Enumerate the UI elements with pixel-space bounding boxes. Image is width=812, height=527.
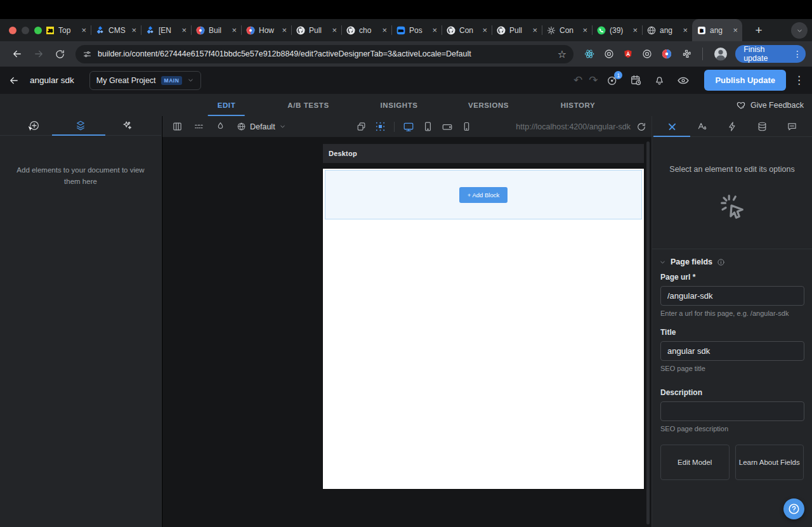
globe-icon [237,122,246,131]
browser-tab[interactable]: Con× [442,19,492,41]
browser-tab[interactable]: How× [241,19,291,41]
tab-versions[interactable]: VERSIONS [468,94,509,116]
tab-close-icon[interactable]: × [482,26,487,34]
close-window-button[interactable] [9,27,16,34]
bell-icon[interactable] [653,74,665,86]
browser-tab[interactable]: Bang× [692,19,742,41]
extensions-puzzle-icon[interactable] [681,48,692,60]
kebab-menu-icon[interactable]: ⋮ [794,74,804,87]
minimize-window-button[interactable] [22,27,29,34]
tab-a-b-tests[interactable]: A/B TESTS [287,94,329,116]
back-icon[interactable] [11,48,23,60]
tab-close-icon[interactable]: × [131,26,136,34]
comments-icon[interactable] [787,121,797,132]
forward-icon[interactable] [33,48,44,60]
browser-tab[interactable]: Buil× [191,19,241,41]
tab-close-icon[interactable]: × [632,26,638,34]
layers-icon[interactable] [75,120,86,131]
edit-model-button[interactable]: Edit Model [660,445,730,480]
url-text[interactable]: builder.io/content/627444e6157f401bbdc5e… [98,49,552,58]
tab-close-icon[interactable]: × [733,26,738,34]
avatar[interactable] [713,46,728,62]
learn-about-fields-button[interactable]: Learn About Fields [735,445,804,480]
spacing-icon[interactable] [193,121,204,132]
back-arrow-icon[interactable] [8,75,20,86]
builder-extension-icon[interactable] [661,48,672,60]
empty-section-dropzone[interactable]: + Add Block [325,170,642,219]
landscape-breakpoint-icon[interactable] [442,121,453,133]
description-input[interactable] [660,401,804,421]
undo-icon[interactable]: ↶ [573,74,582,87]
tab-close-icon[interactable]: × [232,26,237,34]
tab-history[interactable]: HISTORY [561,94,596,116]
tab-close-icon[interactable]: × [181,26,187,34]
tab-close-icon[interactable]: × [432,26,437,34]
schedule-icon[interactable] [630,74,642,86]
info-icon[interactable] [717,258,725,266]
right-panel-tabs [652,116,812,137]
browser-tab[interactable]: (39)× [592,19,642,41]
page-url-input[interactable] [660,286,804,306]
give-feedback-button[interactable]: Give Feedback [736,94,804,116]
targeting-icon[interactable]: 1 [606,74,619,86]
data-database-icon[interactable] [757,121,768,132]
edit-tools-icon[interactable] [667,121,678,132]
browser-tab[interactable]: Pull× [291,19,341,41]
desktop-breakpoint-icon[interactable] [403,121,414,133]
canvas-scrollbar[interactable] [646,141,650,524]
phone-breakpoint-icon[interactable] [461,121,472,132]
clone-view-icon[interactable] [356,121,367,132]
react-devtools-icon[interactable] [584,48,595,60]
tab-close-icon[interactable]: × [382,26,387,34]
extension-ring-icon[interactable] [603,48,615,60]
tablet-breakpoint-icon[interactable] [422,121,433,132]
tab-close-icon[interactable]: × [532,26,537,34]
tab-close-icon[interactable]: × [81,26,86,34]
redo-icon[interactable]: ↷ [589,74,598,87]
reload-icon[interactable] [55,49,65,60]
tab-insights[interactable]: INSIGHTS [380,94,417,116]
browser-tab[interactable]: cho× [341,19,391,41]
columns-icon[interactable] [172,121,183,132]
browser-tab[interactable]: Pull× [492,19,542,41]
browser-tab[interactable]: zmPos× [391,19,442,41]
question-icon [787,502,801,516]
tab-close-icon[interactable]: × [683,26,688,34]
kebab-icon[interactable]: ⋮ [793,49,802,59]
browser-tab[interactable]: CMS× [91,19,141,41]
selection-mode-icon[interactable] [375,121,386,132]
project-selector[interactable]: My Great Project MAIN [89,71,202,90]
add-block-button[interactable]: + Add Block [459,187,508,203]
browser-tab[interactable]: ang× [642,19,692,41]
canvas-toolbar: Default http://localhost:4200/angular-sd… [162,116,652,137]
globe-icon [646,25,657,36]
tab-overflow-button[interactable] [791,22,808,39]
preview-eye-icon[interactable] [677,74,690,87]
actions-bolt-icon[interactable] [727,121,738,132]
tab-close-icon[interactable]: × [582,26,587,34]
tab-close-icon[interactable]: × [282,26,287,34]
extension-ring-icon[interactable] [641,48,653,60]
tab-edit[interactable]: EDIT [218,94,236,116]
address-bar[interactable]: builder.io/content/627444e6157f401bbdc5e… [75,45,573,63]
browser-tab[interactable]: JSTop× [41,19,91,41]
page-fields-section-header[interactable]: Page fields [659,257,805,266]
profile-finish-update-button[interactable]: Finish update ⋮ [735,45,806,63]
preview-url[interactable]: http://localhost:4200/angular-sdk [516,122,631,131]
locale-dropdown[interactable]: Default [237,122,286,131]
angular-devtools-icon[interactable] [623,49,633,59]
ai-sparkles-icon[interactable] [121,120,133,131]
help-button[interactable] [783,498,804,519]
browser-tab[interactable]: [EN× [141,19,191,41]
bookmark-star-icon[interactable]: ☆ [558,48,566,60]
locale-value: Default [250,122,275,131]
browser-tab[interactable]: Con× [542,19,592,41]
refresh-preview-icon[interactable] [636,122,646,132]
styles-typography-icon[interactable] [697,120,708,132]
heatmap-flame-icon[interactable] [215,121,226,132]
site-settings-icon[interactable] [82,49,92,59]
publish-update-button[interactable]: Publish Update [704,70,786,91]
new-tab-button[interactable]: + [750,22,767,39]
title-input[interactable] [660,341,804,361]
tab-close-icon[interactable]: × [332,26,337,34]
